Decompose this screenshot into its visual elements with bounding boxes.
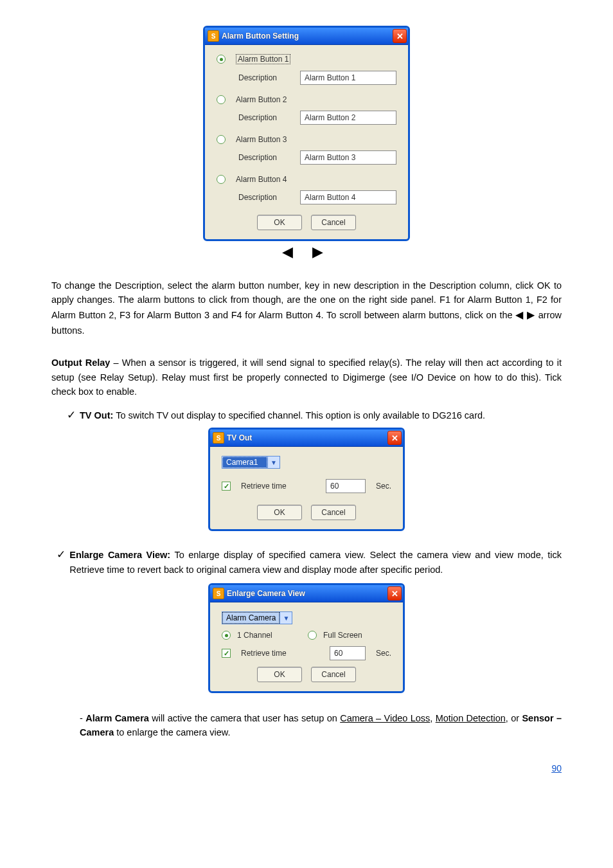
output-relay-paragraph: Output Relay – When a sensor is triggere…: [51, 356, 562, 399]
ok-button[interactable]: OK: [257, 667, 302, 682]
radio-icon[interactable]: [217, 95, 226, 104]
retrieve-time-input[interactable]: [326, 479, 366, 493]
camera-select[interactable]: Alarm Camera ▼: [222, 611, 292, 624]
enlarge-camera-view-dialog: S Enlarge Camera View ✕ Alarm Camera ▼ 1…: [208, 583, 405, 693]
alarm-option-1[interactable]: Alarm Button 1: [217, 54, 396, 64]
alarm-option-2[interactable]: Alarm Button 2: [217, 95, 396, 104]
sec-label: Sec.: [376, 649, 391, 658]
app-icon: S: [208, 30, 219, 42]
description-input-4[interactable]: [300, 190, 396, 204]
cancel-button[interactable]: Cancel: [311, 667, 356, 682]
description-label: Description: [238, 113, 290, 122]
description-input-2[interactable]: [300, 111, 396, 125]
radio-label: Alarm Button 2: [236, 95, 287, 104]
page-number: 90: [51, 763, 562, 773]
radio-icon[interactable]: [217, 55, 226, 64]
retrieve-time-input[interactable]: [330, 646, 366, 660]
sec-label: Sec.: [376, 482, 391, 491]
alarm-option-3[interactable]: Alarm Button 3: [217, 135, 396, 144]
chevron-down-icon[interactable]: ▼: [268, 456, 280, 469]
tv-out-item: ✓ TV Out: To switch TV out display to sp…: [51, 408, 562, 422]
alarm-button-setting-dialog: S Alarm Button Setting ✕ Alarm Button 1 …: [203, 26, 410, 241]
description-label: Description: [238, 193, 290, 202]
description-label: Description: [238, 153, 290, 162]
dialog-title: Alarm Button Setting: [222, 32, 390, 41]
one-channel-radio[interactable]: [222, 631, 231, 640]
app-icon: S: [213, 588, 224, 599]
ok-button[interactable]: OK: [257, 505, 302, 520]
enlarge-camera-item: ✓ Enlarge Camera View: To enlarge displa…: [51, 548, 562, 577]
alarm-option-4[interactable]: Alarm Button 4: [217, 175, 396, 184]
description-input-3[interactable]: [300, 150, 396, 165]
ok-button[interactable]: OK: [257, 215, 302, 230]
arrow-buttons: ◀ ▶: [51, 244, 562, 260]
app-icon: S: [213, 432, 224, 444]
radio-label: Alarm Button 3: [236, 135, 287, 144]
paragraph: To change the Description, select the al…: [51, 278, 562, 338]
description-label: Description: [238, 73, 290, 82]
full-screen-radio[interactable]: [308, 631, 317, 640]
retrieve-time-label: Retrieve time: [241, 649, 287, 658]
close-icon[interactable]: ✕: [387, 431, 402, 445]
footer-paragraph: - Alarm Camera will active the camera th…: [51, 711, 562, 740]
check-icon: ✓: [51, 548, 69, 577]
tv-out-dialog: S TV Out ✕ Camera1 ▼ Retrieve time Sec. …: [208, 428, 405, 531]
titlebar[interactable]: S TV Out ✕: [210, 429, 403, 447]
retrieve-time-checkbox[interactable]: [222, 482, 231, 491]
full-screen-label: Full Screen: [323, 631, 362, 640]
dialog-title: TV Out: [227, 433, 385, 442]
dialog-title: Enlarge Camera View: [227, 589, 385, 598]
chevron-down-icon[interactable]: ▼: [280, 611, 292, 624]
check-icon: ✓: [51, 408, 80, 422]
one-channel-label: 1 Channel: [237, 631, 301, 640]
close-icon[interactable]: ✕: [387, 586, 402, 601]
radio-label: Alarm Button 1: [238, 55, 289, 64]
description-input-1[interactable]: [300, 71, 396, 85]
close-icon[interactable]: ✕: [393, 29, 407, 43]
retrieve-time-label: Retrieve time: [241, 482, 287, 491]
radio-icon[interactable]: [217, 135, 226, 144]
retrieve-time-checkbox[interactable]: [222, 649, 231, 658]
titlebar[interactable]: S Alarm Button Setting ✕: [205, 28, 408, 45]
cancel-button[interactable]: Cancel: [311, 215, 356, 230]
titlebar[interactable]: S Enlarge Camera View ✕: [210, 585, 403, 602]
cancel-button[interactable]: Cancel: [311, 505, 356, 520]
radio-label: Alarm Button 4: [236, 175, 287, 184]
radio-icon[interactable]: [217, 175, 226, 184]
camera-select[interactable]: Camera1 ▼: [222, 456, 280, 469]
